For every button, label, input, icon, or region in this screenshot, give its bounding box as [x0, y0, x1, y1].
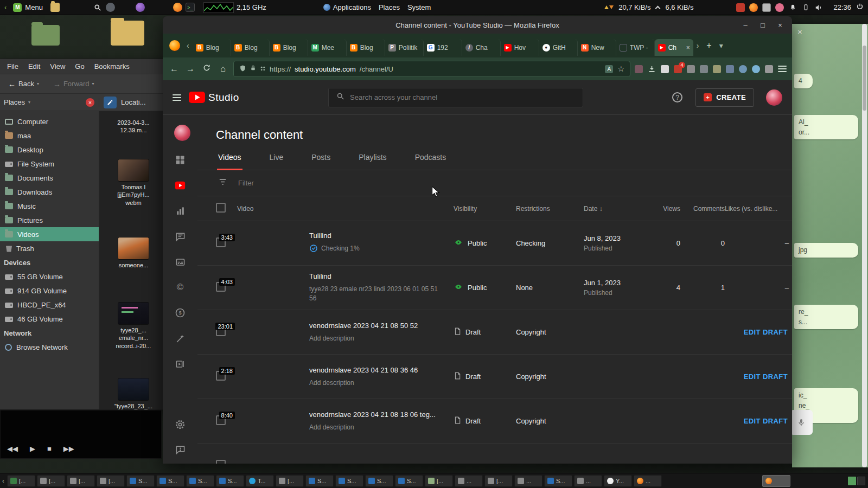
tab-posts[interactable]: Posts [310, 153, 331, 170]
add-description-link[interactable]: Add description [309, 423, 354, 432]
column-restrictions[interactable]: Restrictions [516, 205, 584, 213]
file-item[interactable]: tyye28_... emale_nr... record..i-20... [101, 302, 165, 350]
visibility-label[interactable]: Draft [465, 373, 481, 381]
row-checkbox[interactable] [216, 460, 226, 464]
settings-launcher-icon[interactable] [106, 3, 115, 12]
subtitles-icon[interactable] [174, 255, 187, 268]
tab-close-icon[interactable]: × [686, 44, 690, 52]
taskbar-item[interactable]: S... [126, 475, 155, 487]
dashboard-icon[interactable] [174, 153, 187, 166]
close-icon[interactable]: × [797, 27, 802, 36]
browser-tab[interactable]: iCha [462, 39, 501, 56]
column-visibility[interactable]: Visibility [454, 205, 516, 213]
visibility-label[interactable]: Draft [465, 328, 481, 336]
file-item[interactable]: "tyye28_23_... [101, 378, 165, 409]
menu-icon[interactable] [778, 66, 787, 72]
bookmark-star-icon[interactable]: ☆ [617, 65, 624, 73]
cpu-graph-applet[interactable] [203, 2, 234, 13]
window-titlebar[interactable]: Channel content - YouTube Studio — Mozil… [163, 16, 792, 34]
pocket-icon[interactable] [635, 65, 643, 73]
tray-firefox-icon[interactable] [749, 3, 758, 12]
browser-tab[interactable]: ▶Hov [501, 39, 539, 56]
play-button[interactable]: ▶ [30, 445, 35, 453]
browser-tab[interactable]: MMee [308, 39, 347, 56]
video-title[interactable]: Tulilind [309, 232, 454, 240]
taskbar-item[interactable]: [... [7, 475, 35, 487]
files-launcher-icon[interactable] [50, 3, 60, 12]
globe-extension-icon[interactable] [739, 65, 747, 73]
settings-gear-icon[interactable] [174, 418, 187, 431]
taskbar-item[interactable]: ... [455, 475, 483, 487]
monetization-icon[interactable]: $ [174, 306, 187, 319]
edit-draft-link[interactable]: EDIT DRAFT [744, 373, 788, 381]
video-row-partial[interactable] [197, 444, 792, 464]
extension-icon[interactable] [687, 65, 695, 73]
taskbar-item[interactable]: S... [156, 475, 184, 487]
comments-icon[interactable] [174, 230, 187, 243]
tray-app-pink-icon[interactable] [775, 3, 784, 12]
translate-icon[interactable]: A [605, 65, 613, 73]
tab-playlists[interactable]: Playlists [358, 153, 387, 170]
taskbar-item[interactable]: S... [305, 475, 334, 487]
file-item[interactable]: someone... [101, 237, 165, 269]
tracking-shield-icon[interactable] [239, 65, 246, 74]
channel-avatar[interactable] [174, 125, 190, 141]
taskbar-item[interactable]: [... [97, 475, 125, 487]
taskbar-item[interactable]: S... [216, 475, 244, 487]
video-title[interactable]: venodrnslave 2023 04 21 08 36 46 [309, 366, 454, 374]
taskbar-item[interactable]: S... [365, 475, 393, 487]
panel-hide-icon[interactable]: ‹ [4, 3, 7, 11]
sidebar-item-hbcd[interactable]: HBCD_PE_x64 [0, 298, 99, 312]
sidebar-item-volume-55gb[interactable]: 55 GB Volume [0, 269, 99, 284]
column-views[interactable]: Views [663, 205, 680, 213]
file-list-pane[interactable]: 2023-04-3... 12.39.m... Toomas I [jjEm7p… [99, 111, 168, 409]
taskbar-item-active[interactable] [762, 475, 790, 487]
taskbar-item[interactable]: [... [67, 475, 95, 487]
notes-icon[interactable] [661, 65, 669, 73]
sidebar-item-filesystem[interactable]: File System [0, 157, 99, 171]
taskbar-hide-icon[interactable]: ‹ [2, 477, 4, 485]
taskbar-item[interactable]: [... [37, 475, 65, 487]
account-avatar[interactable] [766, 89, 782, 106]
taskbar-item[interactable]: ... [574, 475, 602, 487]
browser-tab[interactable]: BBlog [231, 39, 270, 56]
terminal-launcher-icon[interactable]: >_ [186, 3, 195, 12]
edit-location-button[interactable] [104, 97, 117, 108]
add-description-link[interactable]: Add description [309, 378, 354, 388]
sidebar-item-music[interactable]: Music [0, 199, 99, 213]
browser-tab[interactable]: BBlog [270, 39, 308, 56]
tray-app-red-icon[interactable] [736, 3, 745, 12]
select-all-checkbox[interactable] [216, 203, 226, 213]
applications-menu[interactable]: Applications [320, 2, 375, 12]
tab-list-dropdown-icon[interactable]: ▾ [716, 41, 726, 50]
menu-edit[interactable]: Edit [28, 62, 40, 70]
home-button[interactable]: ⌂ [217, 64, 229, 74]
visibility-label[interactable]: Draft [465, 417, 481, 425]
places-menu[interactable]: Places [375, 2, 404, 12]
browser-tab[interactable]: G192 [424, 39, 462, 56]
visibility-label[interactable]: Public [468, 284, 487, 292]
channel-search-box[interactable] [328, 88, 583, 107]
menu-view[interactable]: View [50, 62, 65, 70]
sidebar-item-volume-914gb[interactable]: 914 GB Volume [0, 284, 99, 298]
edit-draft-link[interactable]: EDIT DRAFT [744, 328, 788, 336]
bird-extension-icon[interactable] [752, 65, 760, 73]
tray-app-gray-icon[interactable] [762, 3, 771, 12]
sidebar-view-selector[interactable]: Places ▾ × [0, 98, 99, 107]
analytics-icon[interactable] [174, 204, 187, 217]
column-date[interactable]: Date ↓ [584, 205, 638, 213]
reload-button[interactable] [201, 64, 213, 74]
password-extension-icon[interactable] [713, 65, 721, 73]
back-button[interactable]: ← Back ▾ [4, 78, 43, 90]
browser-tab[interactable]: ●GitH [539, 39, 578, 56]
forward-button[interactable]: → Forward ▾ [49, 78, 99, 90]
workspace-switcher[interactable] [847, 476, 866, 486]
sidebar-item-downloads[interactable]: Downloads [0, 185, 99, 199]
video-title[interactable]: Tulilind [309, 272, 454, 280]
sidebar-item-pictures[interactable]: Pictures [0, 213, 99, 227]
close-button[interactable]: × [771, 21, 789, 29]
adblock-icon[interactable]: 4 [674, 65, 682, 73]
desktop-folder-icon[interactable] [111, 21, 144, 46]
tab-videos[interactable]: Videos [217, 153, 242, 170]
taskbar-item[interactable]: S... [335, 475, 363, 487]
